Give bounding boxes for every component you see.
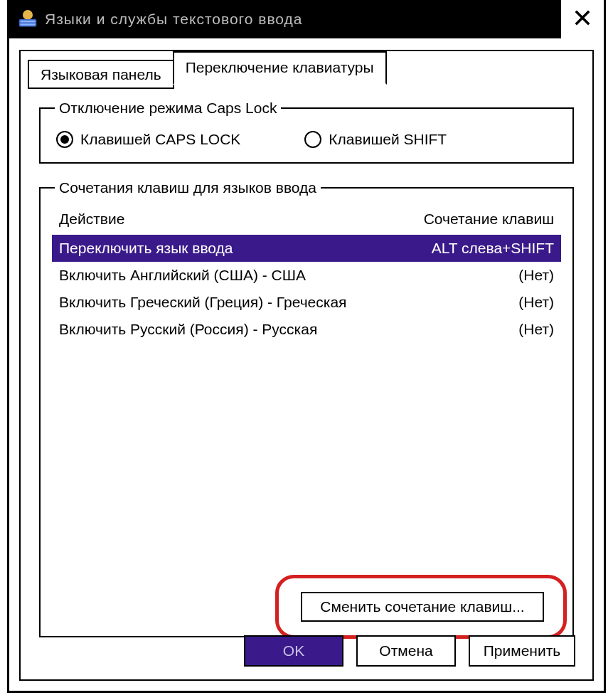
list-item[interactable]: Включить Русский (Россия) - Русская (Нет… — [52, 316, 561, 343]
radio-shift-label: Клавишей SHIFT — [329, 131, 447, 148]
svg-rect-3 — [21, 23, 36, 26]
cell-combo: ALT слева+SHIFT — [432, 238, 554, 259]
cell-action: Включить Греческий (Греция) - Греческая — [59, 292, 347, 313]
cancel-button[interactable]: Отмена — [356, 635, 456, 667]
tab-keyboard-switch[interactable]: Переключение клавиатуры — [173, 51, 387, 85]
keyboard-lang-icon — [18, 9, 38, 29]
col-combo: Сочетание клавиш — [424, 211, 554, 228]
apply-button[interactable]: Применить — [469, 635, 575, 667]
titlebar: Языки и службы текстового ввода — [9, 0, 604, 38]
cell-combo: (Нет) — [518, 319, 554, 340]
group-hotkeys: Сочетания клавиш для языков ввода Действ… — [39, 179, 574, 637]
svg-rect-2 — [21, 21, 36, 23]
list-item[interactable]: Включить Английский (США) - США (Нет) — [52, 262, 561, 289]
window-title: Языки и службы текстового ввода — [45, 11, 303, 28]
capslock-radio-row: Клавишей CAPS LOCK Клавишей SHIFT — [52, 129, 561, 152]
dialog-window: Языки и службы текстового ввода Языковая… — [7, 0, 606, 693]
svg-point-0 — [23, 10, 33, 20]
cell-action: Включить Английский (США) - США — [59, 265, 306, 286]
radio-capslock-label: Клавишей CAPS LOCK — [80, 131, 240, 148]
col-action: Действие — [59, 211, 124, 228]
group-hotkeys-legend: Сочетания клавиш для языков ввода — [55, 179, 321, 196]
ok-button[interactable]: OK — [244, 635, 343, 667]
tab-strip: Языковая панель Переключение клавиатуры — [28, 50, 385, 83]
hotkeys-header: Действие Сочетание клавиш — [52, 209, 561, 235]
svg-rect-1 — [19, 19, 37, 27]
radio-capslock[interactable]: Клавишей CAPS LOCK — [56, 131, 240, 148]
hotkeys-list[interactable]: Переключить язык ввода ALT слева+SHIFT В… — [52, 235, 561, 343]
change-hotkey-area: Сменить сочетание клавиш... — [275, 575, 567, 639]
dialog-buttons: OK Отмена Применить — [244, 635, 575, 667]
close-icon — [574, 7, 591, 31]
close-button[interactable] — [561, 0, 604, 38]
radio-shift[interactable]: Клавишей SHIFT — [304, 131, 447, 148]
list-item[interactable]: Переключить язык ввода ALT слева+SHIFT — [52, 235, 561, 262]
radio-dot-icon — [304, 131, 321, 148]
tab-content: Отключение режима Caps Lock Клавишей CAP… — [21, 81, 592, 679]
cell-combo: (Нет) — [518, 265, 554, 286]
list-item[interactable]: Включить Греческий (Греция) - Греческая … — [52, 289, 561, 316]
group-capslock-legend: Отключение режима Caps Lock — [55, 100, 281, 117]
radio-dot-icon — [56, 131, 73, 148]
dialog-body: Языковая панель Переключение клавиатуры … — [19, 50, 594, 681]
cell-action: Переключить язык ввода — [59, 238, 233, 259]
group-capslock: Отключение режима Caps Lock Клавишей CAP… — [39, 100, 574, 164]
cell-combo: (Нет) — [518, 292, 554, 313]
change-hotkey-button[interactable]: Сменить сочетание клавиш... — [301, 592, 544, 622]
cell-action: Включить Русский (Россия) - Русская — [59, 319, 317, 340]
